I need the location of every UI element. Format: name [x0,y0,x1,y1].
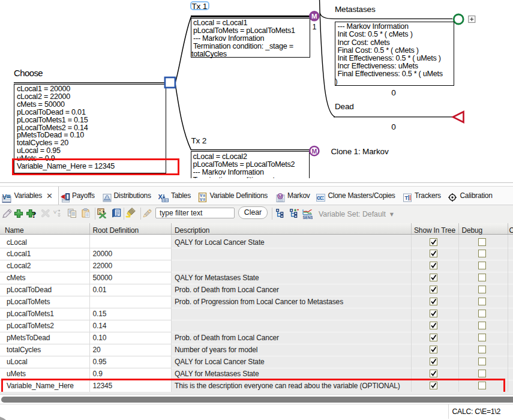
svg-text:V: V [2,193,7,200]
svg-text:T: T [404,194,408,200]
svg-text:SENS: SENS [303,215,313,219]
svg-text:V: V [53,209,57,215]
svg-text:?: ? [32,209,37,218]
svg-text:cc:: cc: [317,194,324,201]
svg-text:M: M [311,148,317,155]
svg-text:M: M [278,194,281,199]
svg-text:V: V [200,197,203,201]
svg-text:M: M [311,13,317,20]
